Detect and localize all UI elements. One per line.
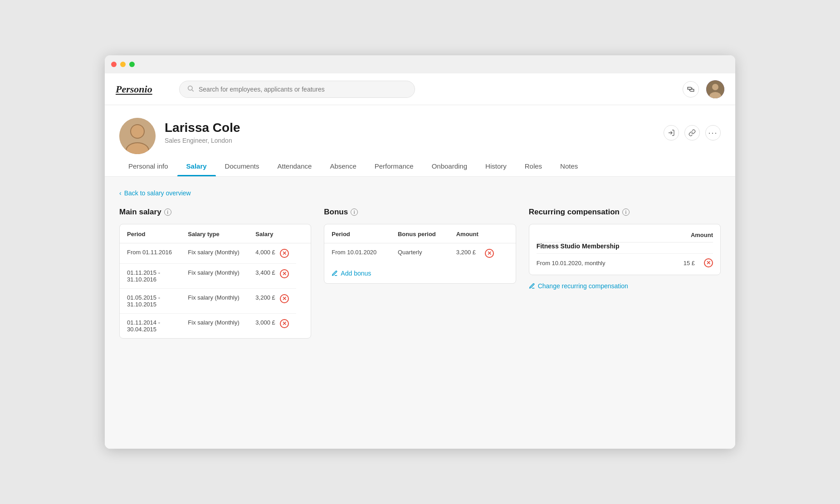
recurring-item-amount: 15 £	[684, 260, 695, 267]
add-bonus-link[interactable]: Add bonus	[324, 263, 515, 283]
tab-notes[interactable]: Notes	[551, 154, 587, 176]
salary-amount: 3,200 £ ✕	[248, 289, 296, 314]
profile-title: Sales Engineer, London	[165, 137, 654, 144]
salary-period: 01.11.2015 - 31.10.2016	[120, 264, 181, 289]
nav-actions	[683, 80, 724, 98]
salary-period: From 01.11.2016	[120, 243, 181, 264]
bonus-period2: Quarterly	[391, 243, 449, 264]
bonus-period: From 10.01.2020	[324, 243, 391, 264]
user-avatar-nav[interactable]	[706, 80, 724, 98]
salary-type: Fix salary (Monthly)	[181, 289, 248, 314]
table-row: 01.05.2015 - 31.10.2015 Fix salary (Mont…	[120, 289, 311, 314]
col-salary-type: Salary type	[181, 224, 248, 243]
table-row: 01.11.2014 - 30.04.2015 Fix salary (Mont…	[120, 314, 311, 339]
profile-actions: ···	[664, 118, 721, 141]
salary-period: 01.05.2015 - 31.10.2015	[120, 289, 181, 314]
add-bonus-label: Add bonus	[341, 270, 371, 277]
svg-point-0	[188, 86, 192, 90]
recurring-item-name: Fitness Studio Membership	[537, 242, 713, 254]
tab-personal-info[interactable]: Personal info	[119, 154, 177, 176]
signpost-icon-button[interactable]	[683, 81, 699, 97]
profile-header: Larissa Cole Sales Engineer, London ···	[105, 105, 735, 154]
link-button[interactable]	[684, 125, 700, 141]
salary-type: Fix salary (Monthly)	[181, 264, 248, 289]
delete-salary-button[interactable]: ✕	[280, 249, 289, 258]
col-period: Period	[120, 224, 181, 243]
svg-point-3	[712, 84, 718, 90]
main-salary-table: Period Salary type Salary From 01.11.201…	[119, 224, 311, 339]
bonus-info-icon[interactable]: i	[351, 208, 358, 216]
salary-content: ‹ Back to salary overview Main salary i …	[105, 177, 735, 449]
main-salary-title: Main salary i	[119, 208, 311, 217]
recurring-info-icon[interactable]: i	[622, 208, 630, 216]
recurring-item-period: From 10.01.2020, monthly	[537, 260, 606, 267]
salary-amount: 4,000 £ ✕	[248, 243, 296, 264]
login-as-button[interactable]	[664, 125, 679, 141]
tab-onboarding[interactable]: Onboarding	[423, 154, 476, 176]
recurring-item: Fitness Studio Membership From 10.01.202…	[537, 242, 713, 267]
back-link-text: Back to salary overview	[124, 189, 191, 197]
svg-line-1	[192, 90, 194, 92]
salary-sections: Main salary i Period Salary type Salary	[119, 208, 721, 339]
titlebar	[105, 55, 735, 73]
salary-amount: 3,400 £ ✕	[248, 264, 296, 289]
tab-history[interactable]: History	[476, 154, 516, 176]
delete-salary-button[interactable]: ✕	[280, 294, 289, 303]
app-window: Personio	[105, 55, 735, 449]
chevron-left-icon: ‹	[119, 189, 122, 197]
recurring-section: Recurring compensation i Amount Fitness …	[529, 208, 721, 339]
table-row: From 01.11.2016 Fix salary (Monthly) 4,0…	[120, 243, 311, 264]
bonus-col-period: Period	[324, 224, 391, 243]
profile-name: Larissa Cole	[165, 121, 654, 135]
change-recurring-label: Change recurring compensation	[538, 282, 628, 290]
table-row: From 10.01.2020 Quarterly 3,200 £ ✕	[324, 243, 515, 264]
profile-avatar	[119, 118, 156, 154]
bonus-table: Period Bonus period Amount From 10.01.20…	[324, 224, 516, 284]
tab-roles[interactable]: Roles	[516, 154, 551, 176]
search-bar[interactable]	[179, 81, 415, 98]
tab-performance[interactable]: Performance	[366, 154, 423, 176]
bonus-col-period2: Bonus period	[391, 224, 449, 243]
col-salary: Salary	[248, 224, 296, 243]
search-icon	[187, 85, 194, 94]
profile-info: Larissa Cole Sales Engineer, London	[165, 118, 654, 144]
search-input[interactable]	[199, 86, 407, 93]
tab-absence[interactable]: Absence	[321, 154, 365, 176]
main-salary-info-icon[interactable]: i	[164, 208, 171, 216]
main-salary-section: Main salary i Period Salary type Salary	[119, 208, 311, 339]
delete-salary-button[interactable]: ✕	[280, 269, 289, 278]
bonus-title: Bonus i	[324, 208, 516, 217]
delete-bonus-button[interactable]: ✕	[485, 249, 494, 258]
back-to-salary-link[interactable]: ‹ Back to salary overview	[119, 189, 721, 197]
salary-period: 01.11.2014 - 30.04.2015	[120, 314, 181, 339]
delete-recurring-button[interactable]: ✕	[704, 258, 713, 267]
recurring-title: Recurring compensation i	[529, 208, 721, 217]
salary-amount: 3,000 £ ✕	[248, 314, 296, 339]
recurring-item-row: From 10.01.2020, monthly 15 £ ✕	[537, 258, 713, 267]
table-row: 01.11.2015 - 31.10.2016 Fix salary (Mont…	[120, 264, 311, 289]
close-button[interactable]	[111, 62, 117, 67]
change-recurring-link[interactable]: Change recurring compensation	[529, 282, 721, 290]
navbar: Personio	[105, 73, 735, 105]
bonus-col-amount: Amount	[449, 224, 501, 243]
tab-documents[interactable]: Documents	[216, 154, 269, 176]
delete-salary-button[interactable]: ✕	[280, 319, 289, 328]
salary-type: Fix salary (Monthly)	[181, 314, 248, 339]
svg-point-8	[131, 125, 144, 138]
minimize-button[interactable]	[120, 62, 126, 67]
tabs-bar: Personal info Salary Documents Attendanc…	[105, 154, 735, 177]
bonus-section: Bonus i Period Bonus period Amount	[324, 208, 516, 339]
salary-type: Fix salary (Monthly)	[181, 243, 248, 264]
tab-attendance[interactable]: Attendance	[268, 154, 321, 176]
bonus-amount: 3,200 £ ✕	[449, 243, 501, 264]
recurring-card: Amount Fitness Studio Membership From 10…	[529, 224, 721, 275]
logo: Personio	[116, 83, 170, 95]
maximize-button[interactable]	[129, 62, 135, 67]
ellipsis-icon: ···	[708, 128, 718, 138]
tab-salary[interactable]: Salary	[177, 154, 216, 176]
more-options-button[interactable]: ···	[705, 125, 721, 141]
recurring-amount-col-header: Amount	[691, 232, 713, 238]
